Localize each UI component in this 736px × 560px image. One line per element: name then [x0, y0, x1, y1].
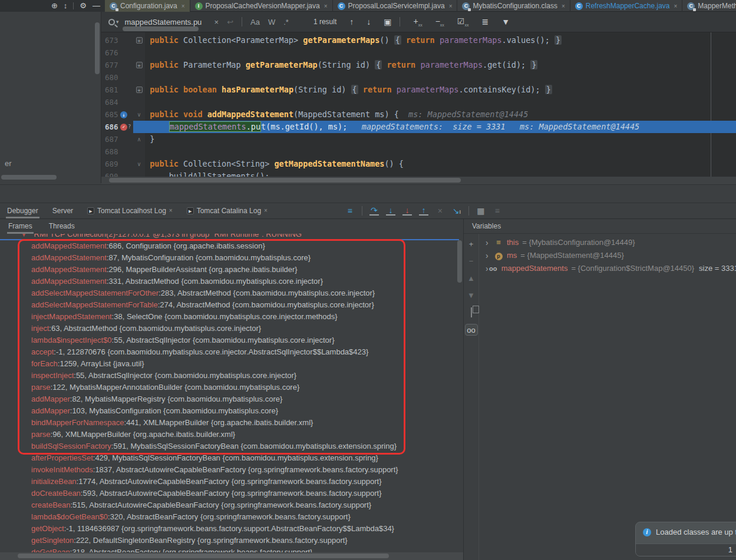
- new-line-icon[interactable]: ↩: [227, 18, 233, 26]
- close-tab-icon[interactable]: ×: [449, 3, 453, 9]
- stack-frame-row[interactable]: addMappedStatement:331, AbstractMethod {…: [0, 276, 463, 287]
- previous-occurrence-icon[interactable]: ↑: [349, 17, 354, 26]
- fold-collapsed-icon[interactable]: +: [136, 37, 143, 44]
- search-history-chevron-icon[interactable]: ▾: [116, 19, 119, 25]
- debug-tab-tomcat-localhost-log[interactable]: ▶Tomcat Localhost Log×: [80, 203, 180, 219]
- stack-frame-row[interactable]: parse:122, MybatisMapperAnnotationBuilde…: [0, 382, 463, 393]
- code-line-689[interactable]: 689∨ public Collection<String> getMapped…: [101, 158, 736, 170]
- stack-frame-row[interactable]: initializeBean:1774, AbstractAutowireCap…: [0, 476, 463, 488]
- select-all-occurrences-icon[interactable]: ☑xx: [457, 16, 469, 27]
- stack-frame-row[interactable]: addSelectMappedStatementForTable:274, Ab…: [0, 299, 463, 311]
- clear-search-icon[interactable]: ×: [214, 18, 219, 26]
- close-tab-icon[interactable]: ×: [324, 3, 328, 9]
- code-line-681[interactable]: 681+ public boolean hasParameterMap(Stri…: [101, 84, 736, 96]
- move-up-icon[interactable]: ▲: [465, 273, 478, 284]
- stack-frame-row[interactable]: parse:96, XMLMapperBuilder {org.apache.i…: [0, 429, 463, 440]
- close-tab-icon[interactable]: ×: [674, 3, 677, 9]
- expand-chevron-icon[interactable]: ›: [486, 249, 494, 262]
- stack-frame-row[interactable]: doGetBean:318, AbstractBeanFactory {org.…: [0, 546, 463, 552]
- debug-tab-debugger[interactable]: Debugger: [0, 203, 45, 219]
- editor-tab-4[interactable]: CRefreshMapperCache.java×: [570, 0, 683, 12]
- force-step-into-icon[interactable]: ↓: [402, 207, 412, 216]
- fold-marker[interactable]: +: [133, 59, 145, 71]
- fold-marker[interactable]: ∨: [133, 108, 145, 121]
- stack-frame-row[interactable]: invokeInitMethods:1837, AbstractAutowire…: [0, 464, 463, 476]
- stack-frame-row[interactable]: createBean:515, AbstractAutowireCapableB…: [0, 499, 463, 511]
- stack-frame-row[interactable]: doCreateBean:593, AbstractAutowireCapabl…: [0, 488, 463, 499]
- view-tab-threads[interactable]: Threads: [41, 219, 83, 234]
- copy-icon[interactable]: [465, 307, 478, 319]
- variable-row[interactable]: ›pms= {MappedStatement@14445}: [480, 249, 736, 262]
- left-panel-horizontal-scrollbar[interactable]: [1, 175, 57, 180]
- add-watch-icon[interactable]: +: [465, 238, 478, 250]
- run-to-cursor-icon[interactable]: ↘I: [452, 206, 461, 216]
- stack-frame-row[interactable]: addMappedStatement:87, MybatisConfigurat…: [0, 252, 463, 264]
- code-line-687[interactable]: 687∧ }: [101, 133, 736, 145]
- editor-horizontal-scrollbar[interactable]: [109, 178, 461, 183]
- filter-lines-icon[interactable]: ≣: [481, 17, 489, 26]
- step-into-icon[interactable]: ↓: [386, 207, 395, 216]
- editor-tab-3[interactable]: CMybatisConfiguration.class×: [457, 0, 570, 12]
- words-toggle[interactable]: W: [268, 18, 275, 26]
- splitter-icon[interactable]: ↕: [64, 0, 68, 12]
- stack-frame-row[interactable]: lambda$inspectInject$0:55, AbstractSqlIn…: [0, 334, 463, 346]
- search-input[interactable]: mappedStatements.pu: [125, 18, 206, 26]
- fold-marker[interactable]: ∨: [133, 158, 145, 170]
- code-line-690[interactable]: 690 buildAllStatements();: [101, 170, 736, 177]
- code-line-680[interactable]: 680: [101, 71, 736, 84]
- stack-frame-row[interactable]: addMappedStatement:686, Configuration {o…: [0, 240, 463, 252]
- evaluate-expression-icon[interactable]: ▦: [476, 206, 486, 216]
- fold-marker[interactable]: +: [133, 34, 145, 47]
- add-occurrence-icon[interactable]: +xx: [413, 16, 422, 27]
- close-tab-icon[interactable]: ×: [181, 3, 185, 9]
- left-panel-vertical-scrollbar[interactable]: [95, 22, 100, 74]
- search-field-scrollbar[interactable]: [123, 26, 199, 31]
- code-line-686[interactable]: 686✓? mappedStatements.put(ms.getId(), m…: [101, 121, 736, 133]
- remove-occurrence-icon[interactable]: −xx: [435, 16, 444, 27]
- thread-dropdown-icon[interactable]: ▼: [21, 234, 27, 238]
- close-tab-icon[interactable]: ×: [169, 203, 173, 219]
- frames-vertical-scrollbar[interactable]: [457, 240, 462, 283]
- stack-frame-row[interactable]: addMapper:103, MybatisConfiguration {com…: [0, 405, 463, 417]
- show-execution-point-icon[interactable]: ≡: [345, 206, 355, 216]
- frames-horizontal-scrollbar[interactable]: [18, 554, 389, 558]
- expand-chevron-icon[interactable]: ›: [486, 236, 494, 249]
- stack-frame-row[interactable]: inject:63, AbstractMethod {com.baomidou.…: [0, 323, 463, 334]
- stack-frame-row[interactable]: bindMapperForNamespace:441, XMLMapperBui…: [0, 417, 463, 429]
- editor-tab-2[interactable]: CProposalLocalServiceImpl.java×: [333, 0, 458, 12]
- stack-frame-row[interactable]: getSingleton:222, DefaultSingletonBeanRe…: [0, 535, 463, 546]
- thread-selector[interactable]: ▼"RMI TCP Connection(2)-127.0.0.1"@1,373…: [0, 234, 463, 239]
- remove-watch-icon[interactable]: −: [465, 256, 478, 267]
- step-over-icon[interactable]: ↷: [369, 207, 379, 216]
- code-line-677[interactable]: 677+ public ParameterMap getParameterMap…: [101, 59, 736, 71]
- code-line-684[interactable]: 684: [101, 96, 736, 108]
- open-in-find-window-icon[interactable]: ▣: [384, 17, 391, 26]
- debug-tab-tomcat-catalina-log[interactable]: ▶Tomcat Catalina Log×: [180, 203, 275, 219]
- stack-frame-row[interactable]: injectMappedStatement:38, SelectOne {com…: [0, 311, 463, 323]
- execution-point-icon[interactable]: ↓: [120, 111, 127, 118]
- step-out-icon[interactable]: ↑: [419, 207, 428, 216]
- variable-row[interactable]: ›oomappedStatements= {Configuration$Stri…: [480, 262, 736, 275]
- code-line-688[interactable]: 688: [101, 145, 736, 158]
- code-line-676[interactable]: 676: [101, 47, 736, 59]
- target-icon[interactable]: ⊕: [51, 0, 58, 12]
- editor-tab-0[interactable]: CConfiguration.java×: [105, 0, 190, 12]
- stack-frame-row[interactable]: addSelectMappedStatementForOther:283, Ab…: [0, 287, 463, 299]
- stack-frame-row[interactable]: accept:-1, 212870676 {com.baomidou.mybat…: [0, 346, 463, 358]
- next-occurrence-icon[interactable]: ↓: [367, 17, 371, 26]
- variable-row[interactable]: ›≡this= {MybatisConfiguration@14449}: [480, 236, 736, 249]
- drop-frame-icon[interactable]: ×: [435, 206, 445, 216]
- regex-toggle[interactable]: .*: [283, 18, 289, 26]
- show-watches-icon[interactable]: oo: [465, 324, 478, 336]
- move-down-icon[interactable]: ▼: [465, 290, 478, 301]
- fold-marker[interactable]: ∧: [133, 133, 145, 145]
- fold-collapsed-icon[interactable]: +: [136, 62, 143, 68]
- close-tab-icon[interactable]: ×: [264, 203, 268, 219]
- fold-collapsed-icon[interactable]: +: [136, 87, 143, 93]
- code-editor[interactable]: 673+ public Collection<ParameterMap> get…: [101, 32, 736, 177]
- stack-frame-row[interactable]: forEach:1259, ArrayList {java.util}: [0, 358, 463, 370]
- breakpoint-icon[interactable]: ✓: [120, 124, 127, 131]
- code-line-685[interactable]: 685↓∨ public void addMappedStatement(Map…: [101, 108, 736, 121]
- stack-frame-row[interactable]: buildSqlSessionFactory:591, MybatisSqlSe…: [0, 440, 463, 452]
- stack-frame-row[interactable]: addMapper:82, MybatisMapperRegistry {com…: [0, 393, 463, 405]
